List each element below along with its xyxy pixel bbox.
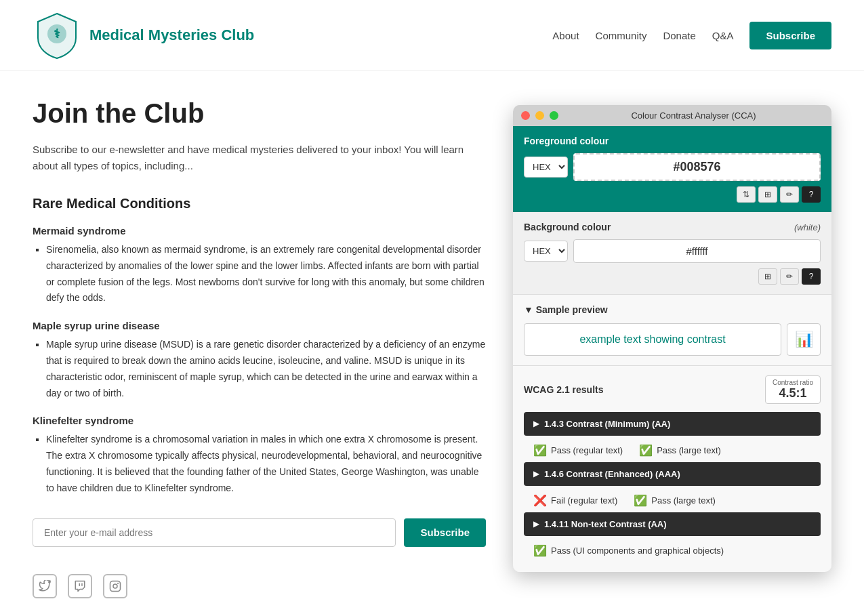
wcag-146-label: 1.4.6 Contrast (Enhanced) (AAA) — [544, 469, 680, 479]
cca-bg-adjust-btn[interactable]: ⊞ — [758, 268, 777, 285]
cca-background-section: Background colour (white) HEX ⊞ ✏ ? — [513, 212, 831, 294]
nav-donate[interactable]: Donate — [663, 30, 695, 41]
cca-bg-hex-input[interactable] — [573, 239, 821, 263]
condition-mermaid-list: Sirenomelia, also known as mermaid syndr… — [33, 242, 486, 306]
main-layout: Join the Club Subscribe to our e-newslet… — [0, 71, 864, 616]
condition-klinefelter-desc: Klinefelter syndrome is a chromosomal va… — [46, 432, 486, 496]
cca-close-button[interactable] — [521, 111, 530, 120]
wcag-item-146[interactable]: ▶ 1.4.6 Contrast (Enhanced) (AAA) — [524, 462, 821, 486]
email-input[interactable] — [33, 518, 396, 547]
cca-fg-swap-btn[interactable]: ⇅ — [737, 186, 756, 203]
wcag-146-results: ❌ Fail (regular text) ✅ Pass (large text… — [524, 489, 821, 512]
email-row: Subscribe — [33, 518, 486, 547]
cca-title: Colour Contrast Analyser (CCA) — [564, 110, 823, 121]
condition-maple-title: Maple syrup urine disease — [33, 320, 486, 331]
wcag-146-result-large: ✅ Pass (large text) — [634, 494, 716, 507]
svg-point-6 — [118, 583, 119, 583]
cca-titlebar: Colour Contrast Analyser (CCA) — [513, 105, 831, 126]
main-content: Join the Club Subscribe to our e-newslet… — [33, 98, 486, 598]
condition-klinefelter: Klinefelter syndrome Klinefelter syndrom… — [33, 415, 486, 496]
condition-klinefelter-list: Klinefelter syndrome is a chromosomal va… — [33, 432, 486, 496]
logo-area: ⚕ Medical Mysteries Club — [33, 11, 254, 60]
main-subscribe-button[interactable]: Subscribe — [404, 518, 486, 547]
cca-sample-text: example text showing contrast — [524, 323, 781, 356]
cca-fg-label: Foreground colour — [524, 136, 821, 146]
cca-contrast-ratio-label: Contrast ratio — [773, 379, 813, 386]
wcag-1411-label: 1.4.11 Non-text Contrast (AA) — [544, 519, 667, 529]
nav-qa[interactable]: Q&A — [712, 30, 734, 41]
wcag-143-result-regular-text: Pass (regular text) — [551, 445, 623, 455]
twitter-icon[interactable] — [33, 574, 57, 598]
wcag-143-result-large-text: Pass (large text) — [657, 445, 721, 455]
cca-foreground-section: Foreground colour HEX ⇅ ⊞ ✏ ? — [513, 126, 831, 212]
cca-fg-input-row: HEX — [524, 153, 821, 181]
wcag-143-results: ✅ Pass (regular text) ✅ Pass (large text… — [524, 438, 821, 462]
cca-chart-icon: 📊 — [795, 331, 813, 348]
condition-maple: Maple syrup urine disease Maple syrup ur… — [33, 320, 486, 401]
cca-minimize-button[interactable] — [535, 111, 544, 120]
cca-contrast-box: Contrast ratio 4.5:1 — [765, 375, 821, 404]
wcag-143-arrow-icon: ▶ — [533, 419, 539, 428]
cca-wcag-label: WCAG 2.1 results — [524, 384, 603, 395]
condition-klinefelter-title: Klinefelter syndrome — [33, 415, 486, 426]
cca-contrast-ratio-value: 4.5:1 — [773, 386, 813, 401]
pass-icon-143-regular: ✅ — [533, 444, 547, 457]
cca-bg-tools: ⊞ ✏ ? — [524, 268, 821, 285]
wcag-143-result-regular: ✅ Pass (regular text) — [533, 444, 623, 457]
cca-wcag-section: WCAG 2.1 results Contrast ratio 4.5:1 ▶ … — [513, 365, 831, 572]
wcag-146-result-large-text: Pass (large text) — [651, 495, 716, 506]
cca-window: Colour Contrast Analyser (CCA) Foregroun… — [513, 105, 831, 572]
cca-chart-button[interactable]: 📊 — [787, 323, 821, 356]
wcag-146-arrow-icon: ▶ — [533, 470, 539, 478]
nav-community[interactable]: Community — [596, 30, 647, 41]
cca-fg-tools: ⇅ ⊞ ✏ ? — [524, 186, 821, 203]
cca-fg-picker-btn[interactable]: ✏ — [780, 186, 799, 203]
logo-text: Medical Mysteries Club — [89, 26, 254, 44]
cca-preview-header: ▼ Sample preview — [524, 304, 821, 315]
twitch-icon[interactable] — [68, 574, 92, 598]
wcag-143-label: 1.4.3 Contrast (Minimum) (AA) — [544, 419, 670, 429]
instagram-icon[interactable] — [103, 574, 127, 598]
wcag-146-result-regular: ❌ Fail (regular text) — [533, 494, 617, 507]
wcag-item-1411[interactable]: ▶ 1.4.11 Non-text Contrast (AA) — [524, 512, 821, 536]
wcag-143-result-large: ✅ Pass (large text) — [639, 444, 721, 457]
cca-fg-hex-input[interactable] — [573, 153, 821, 181]
cca-fg-adjust-btn[interactable]: ⊞ — [758, 186, 777, 203]
condition-maple-list: Maple syrup urine disease (MSUD) is a ra… — [33, 337, 486, 401]
social-icons — [33, 574, 486, 598]
cca-bg-label-row: Background colour (white) — [524, 222, 821, 232]
cca-fg-help-btn[interactable]: ? — [802, 186, 821, 203]
section-title: Rare Medical Conditions — [33, 196, 486, 211]
page-title: Join the Club — [33, 98, 486, 128]
logo-icon: ⚕ — [33, 11, 81, 60]
pass-icon-1411-ui: ✅ — [533, 544, 547, 557]
wcag-item-143[interactable]: ▶ 1.4.3 Contrast (Minimum) (AA) — [524, 412, 821, 436]
wcag-146-result-regular-text: Fail (regular text) — [551, 495, 617, 506]
cca-bg-format-select[interactable]: HEX — [524, 241, 568, 262]
condition-mermaid-desc: Sirenomelia, also known as mermaid syndr… — [46, 242, 486, 306]
condition-mermaid: Mermaid syndrome Sirenomelia, also known… — [33, 225, 486, 306]
cca-bg-picker-btn[interactable]: ✏ — [780, 268, 799, 285]
cca-bg-label: Background colour — [524, 222, 611, 232]
svg-rect-4 — [110, 581, 121, 591]
wcag-1411-arrow-icon: ▶ — [533, 520, 539, 529]
cca-preview-section: ▼ Sample preview example text showing co… — [513, 294, 831, 365]
wcag-1411-result-ui: ✅ Pass (UI components and graphical obje… — [533, 544, 724, 557]
header-subscribe-button[interactable]: Subscribe — [749, 22, 831, 49]
cca-bg-help-btn[interactable]: ? — [802, 268, 821, 285]
cca-wcag-header: WCAG 2.1 results Contrast ratio 4.5:1 — [524, 375, 821, 404]
wcag-1411-result-ui-text: Pass (UI components and graphical object… — [551, 546, 724, 556]
condition-maple-desc: Maple syrup urine disease (MSUD) is a ra… — [46, 337, 486, 401]
main-nav: About Community Donate Q&A Subscribe — [552, 22, 831, 49]
header: ⚕ Medical Mysteries Club About Community… — [0, 0, 864, 71]
nav-about[interactable]: About — [552, 30, 579, 41]
wcag-1411-results: ✅ Pass (UI components and graphical obje… — [524, 539, 821, 562]
svg-text:⚕: ⚕ — [54, 27, 60, 41]
fail-icon-146-regular: ❌ — [533, 494, 547, 507]
svg-point-5 — [113, 584, 117, 588]
cca-fg-format-select[interactable]: HEX — [524, 157, 568, 178]
condition-mermaid-title: Mermaid syndrome — [33, 225, 486, 237]
cca-maximize-button[interactable] — [550, 111, 558, 120]
cca-bg-white-label: (white) — [794, 222, 821, 232]
pass-icon-143-large: ✅ — [639, 444, 653, 457]
